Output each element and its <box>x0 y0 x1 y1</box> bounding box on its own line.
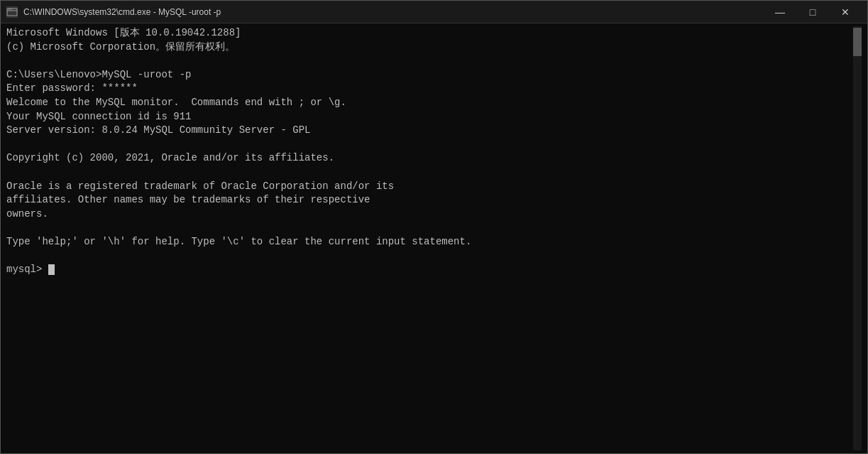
window-controls: — □ ✕ <box>764 1 862 23</box>
terminal-output: Microsoft Windows [版本 10.0.19042.1288] (… <box>6 26 853 450</box>
cursor <box>48 264 55 275</box>
window-title: C:\WINDOWS\system32\cmd.exe - MySQL -uro… <box>23 7 764 17</box>
scrollbar[interactable] <box>853 26 862 450</box>
title-bar: C:\ C:\WINDOWS\system32\cmd.exe - MySQL … <box>1 1 867 23</box>
terminal-line-1: Microsoft Windows [版本 10.0.19042.1288] (… <box>6 27 471 275</box>
scrollbar-thumb[interactable] <box>853 28 862 56</box>
close-button[interactable]: ✕ <box>829 1 862 23</box>
maximize-button[interactable]: □ <box>796 1 829 23</box>
window-icon: C:\ <box>6 6 18 18</box>
minimize-button[interactable]: — <box>764 1 796 23</box>
cmd-window: C:\ C:\WINDOWS\system32\cmd.exe - MySQL … <box>0 0 868 454</box>
svg-text:C:\: C:\ <box>9 8 13 11</box>
terminal-body[interactable]: Microsoft Windows [版本 10.0.19042.1288] (… <box>1 23 867 453</box>
